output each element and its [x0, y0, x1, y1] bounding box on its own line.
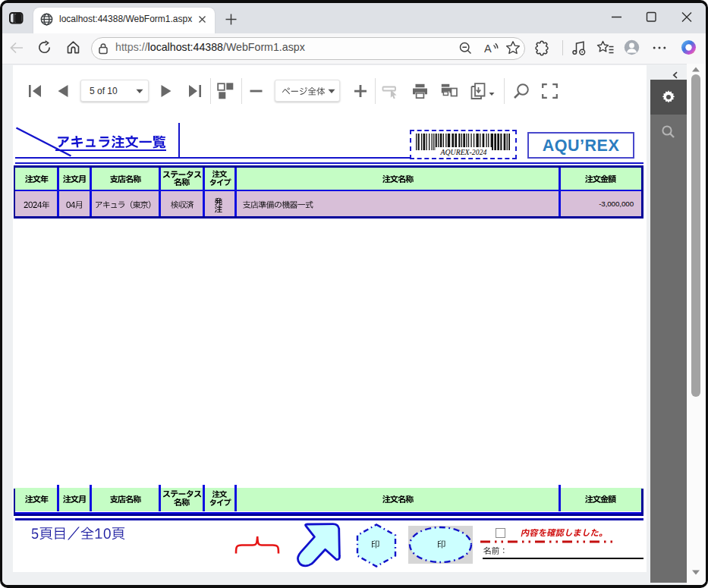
svg-text:A: A	[484, 42, 492, 55]
